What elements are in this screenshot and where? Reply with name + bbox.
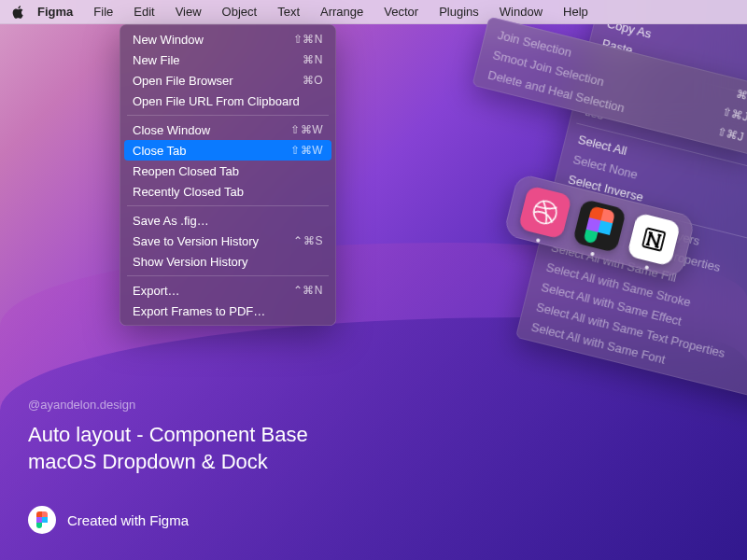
menu-item[interactable]: Close Window⇧⌘W	[124, 119, 331, 140]
menu-item-shortcut: ⌃⌘S	[293, 234, 323, 247]
menu-item-shortcut: ⌘O	[303, 74, 323, 87]
menu-item[interactable]: Close Tab⇧⌘W	[124, 140, 331, 161]
separator	[127, 205, 329, 206]
menu-item-label: Open File Browser	[133, 74, 233, 88]
menubar: Figma File Edit View Object Text Arrange…	[0, 0, 747, 24]
menu-item[interactable]: Open File URL From Clipboard	[124, 91, 331, 111]
menu-item-label: Show Version History	[133, 255, 248, 269]
menu-item-shortcut: ⇧⌘W	[290, 123, 323, 136]
menu-item-label: Export…	[133, 284, 180, 298]
menu-object[interactable]: Object	[213, 3, 267, 21]
menu-item-label: Open File URL From Clipboard	[133, 94, 300, 108]
menu-item-shortcut: ⌘J	[735, 87, 747, 104]
menu-item[interactable]: Recently Closed Tab	[124, 181, 331, 202]
caption-line1: Auto layout - Component Base	[28, 421, 308, 449]
menu-vector[interactable]: Vector	[374, 3, 428, 21]
figma-badge-icon	[28, 506, 56, 534]
menu-item-shortcut: ⇧⌘J	[720, 105, 747, 124]
menu-arrange[interactable]: Arrange	[311, 3, 373, 21]
menu-item-label: New File	[133, 53, 180, 67]
menu-help[interactable]: Help	[554, 3, 598, 21]
menu-text[interactable]: Text	[268, 3, 309, 21]
file-dropdown: New Window⇧⌘NNew File⌘NOpen File Browser…	[120, 24, 336, 326]
menu-figma[interactable]: Figma	[28, 3, 82, 21]
menu-item[interactable]: Reopen Closed Tab	[124, 161, 331, 181]
menu-item-shortcut: ⇧⌘N	[293, 33, 323, 46]
menu-item-label: New Window	[133, 33, 204, 47]
credit: Created with Figma	[28, 506, 189, 534]
menu-item[interactable]: Export Frames to PDF…	[124, 301, 331, 321]
menu-edit[interactable]: Edit	[124, 3, 163, 21]
menu-item-label: Reopen Closed Tab	[133, 164, 239, 178]
caption: @ayandelon.design Auto layout - Componen…	[28, 398, 308, 476]
dock-notion-icon[interactable]	[627, 212, 681, 266]
menu-item-label: Recently Closed Tab	[133, 185, 244, 199]
menu-item-label: Close Tab	[133, 144, 187, 158]
menu-item-shortcut: ⇧⌘J	[715, 125, 745, 145]
menu-view[interactable]: View	[166, 3, 211, 21]
menu-item[interactable]: Save As .fig…	[124, 210, 331, 231]
caption-line2: macOS Dropdown & Dock	[28, 448, 308, 476]
dock-dribbble-icon[interactable]	[518, 185, 572, 239]
caption-handle: @ayandelon.design	[28, 398, 308, 412]
menu-item[interactable]: Export…⌃⌘N	[124, 280, 331, 301]
menu-item-shortcut: ⌃⌘N	[293, 284, 323, 297]
menu-item[interactable]: New File⌘N	[124, 49, 331, 70]
menu-item-label: Export Frames to PDF…	[133, 304, 265, 318]
menu-item-label: Save to Version History	[133, 234, 259, 248]
menu-item[interactable]: Open File Browser⌘O	[124, 70, 331, 91]
dock-figma-icon[interactable]	[572, 199, 627, 253]
separator	[127, 275, 329, 276]
menu-file[interactable]: File	[84, 3, 122, 21]
menu-item-label: Save As .fig…	[133, 214, 209, 228]
apple-icon[interactable]	[9, 6, 26, 19]
menu-item-label: Close Window	[133, 123, 210, 137]
menu-item[interactable]: Show Version History	[124, 251, 331, 272]
menu-item[interactable]: New Window⇧⌘N	[124, 29, 331, 49]
menu-plugins[interactable]: Plugins	[430, 3, 488, 21]
menu-item-shortcut: ⌘N	[303, 53, 323, 66]
menu-window[interactable]: Window	[490, 3, 552, 21]
credit-text: Created with Figma	[67, 512, 189, 528]
menu-item-shortcut: ⇧⌘W	[290, 144, 323, 157]
menu-item[interactable]: Save to Version History⌃⌘S	[124, 231, 331, 251]
separator	[127, 115, 329, 116]
